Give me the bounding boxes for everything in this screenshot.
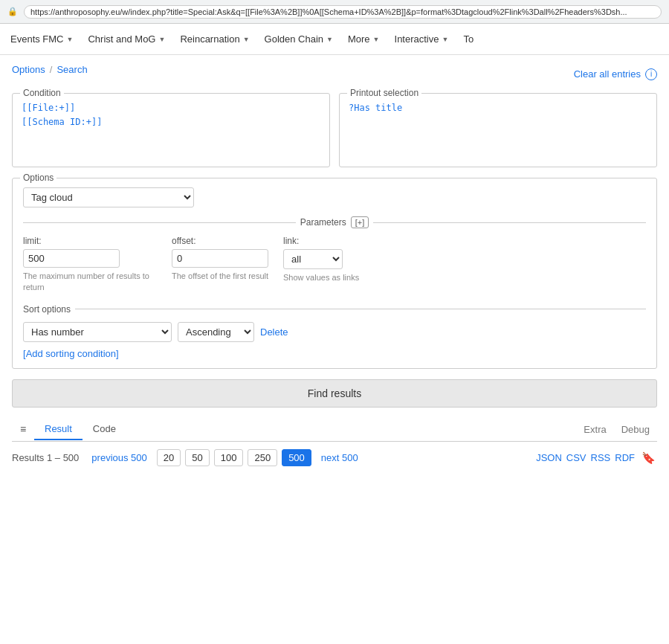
condition-panel: Condition [[File:+]] [[Schema ID:+]] (12, 93, 330, 167)
export-links: JSON CSV RSS RDF 🔖 (536, 449, 657, 467)
nav-item-christ-and-mog[interactable]: Christ and MoG ▼ (80, 24, 172, 54)
find-results-button[interactable]: Find results (12, 379, 657, 408)
nav-item-interactive[interactable]: Interactive ▼ (387, 24, 456, 54)
parameters-label: Parameters (300, 217, 346, 228)
tab-code[interactable]: Code (83, 419, 126, 440)
printout-value[interactable]: ?Has title (349, 101, 647, 115)
condition-legend: Condition (20, 88, 64, 98)
results-row: Results 1 – 500 previous 500 20 50 100 2… (12, 449, 657, 467)
rdf-export-link[interactable]: RDF (615, 452, 635, 463)
nav-item-more[interactable]: More ▼ (340, 24, 387, 54)
chevron-down-icon: ▼ (442, 36, 449, 43)
chevron-down-icon: ▼ (67, 36, 74, 43)
info-icon[interactable]: i (645, 68, 657, 80)
browser-bar: 🔒 https://anthroposophy.eu/w/index.php?t… (0, 0, 669, 24)
parameters-plus-button[interactable]: [+] (351, 216, 369, 228)
page-btn-50[interactable]: 50 (185, 449, 209, 466)
tab-result[interactable]: Result (34, 419, 83, 440)
results-tabs-bar: ≡ Result Code Extra Debug (12, 418, 657, 442)
results-icon-button[interactable]: ≡ (12, 418, 34, 442)
breadcrumb-separator: / (50, 64, 53, 75)
options-legend: Options (20, 173, 56, 183)
delete-sort-button[interactable]: Delete (260, 326, 288, 338)
next-500-link[interactable]: next 500 (316, 450, 363, 466)
params-grid: limit: The maximum number of results to … (23, 236, 646, 294)
page-btn-250[interactable]: 250 (248, 449, 277, 466)
limit-label: limit: (23, 236, 157, 246)
url-bar[interactable]: https://anthroposophy.eu/w/index.php?tit… (24, 5, 662, 19)
panels-row: Condition [[File:+]] [[Schema ID:+]] Pri… (12, 93, 657, 167)
clear-all-button[interactable]: Clear all entries (574, 68, 641, 80)
link-label: link: (283, 236, 359, 246)
chevron-down-icon: ▼ (373, 36, 380, 43)
chevron-down-icon: ▼ (326, 36, 333, 43)
param-group-limit: limit: The maximum number of results to … (23, 236, 157, 294)
format-select[interactable]: Tag cloud Table List Template Category (23, 187, 194, 207)
previous-500-link[interactable]: previous 500 (86, 450, 152, 466)
param-group-offset: offset: The offset of the first result (172, 236, 268, 282)
sort-direction-select[interactable]: Ascending Descending (178, 322, 254, 342)
breadcrumb-options[interactable]: Options (12, 64, 45, 75)
nav-item-to[interactable]: To (456, 24, 481, 54)
offset-label: offset: (172, 236, 268, 246)
tab-debug[interactable]: Debug (614, 419, 657, 439)
link-hint: Show values as links (283, 272, 359, 283)
main-content: Options / Search Clear all entries i Con… (0, 55, 669, 476)
nav-bar: Events FMC ▼ Christ and MoG ▼ Reincarnat… (0, 24, 669, 55)
bookmark-icon: 🔖 (641, 451, 656, 465)
offset-hint: The offset of the first result (172, 271, 268, 282)
csv-export-link[interactable]: CSV (566, 452, 586, 463)
condition-value[interactable]: [[File:+]] [[Schema ID:+]] (22, 101, 320, 129)
limit-hint: The maximum number of results to return (23, 271, 157, 294)
sort-options-label: Sort options (23, 304, 71, 315)
printout-panel: Printout selection ?Has title (339, 93, 657, 167)
offset-input[interactable] (172, 249, 268, 268)
sort-header: Sort options (23, 304, 646, 315)
page-btn-500[interactable]: 500 (282, 449, 311, 466)
breadcrumb: Options / Search (12, 64, 88, 75)
json-export-link[interactable]: JSON (536, 452, 562, 463)
nav-item-golden-chain[interactable]: Golden Chain ▼ (257, 24, 340, 54)
link-select[interactable]: all none subject (283, 249, 343, 269)
limit-input[interactable] (23, 249, 120, 268)
lock-icon: 🔒 (7, 7, 18, 16)
page-btn-100[interactable]: 100 (214, 449, 244, 466)
sort-row: Has number Has title Has date Modificati… (23, 322, 646, 342)
sort-field-select[interactable]: Has number Has title Has date Modificati… (23, 322, 172, 342)
printout-legend: Printout selection (347, 88, 421, 98)
breadcrumb-search[interactable]: Search (56, 64, 87, 75)
tab-extra[interactable]: Extra (576, 419, 613, 439)
add-sort-condition-button[interactable]: [Add sorting condition] (23, 348, 119, 359)
page-btn-20[interactable]: 20 (157, 449, 181, 466)
parameters-header: Parameters [+] (23, 216, 646, 228)
nav-item-events-fmc[interactable]: Events FMC ▼ (3, 24, 80, 54)
bookmark-button[interactable]: 🔖 (639, 449, 657, 467)
options-section: Options Tag cloud Table List Template Ca… (12, 178, 657, 369)
results-label: Results 1 – 500 (12, 452, 79, 463)
param-group-link: link: all none subject Show values as li… (283, 236, 359, 283)
chevron-down-icon: ▼ (243, 36, 250, 43)
nav-item-reincarnation[interactable]: Reincarnation ▼ (172, 24, 256, 54)
chevron-down-icon: ▼ (158, 36, 165, 43)
rss-export-link[interactable]: RSS (591, 452, 611, 463)
